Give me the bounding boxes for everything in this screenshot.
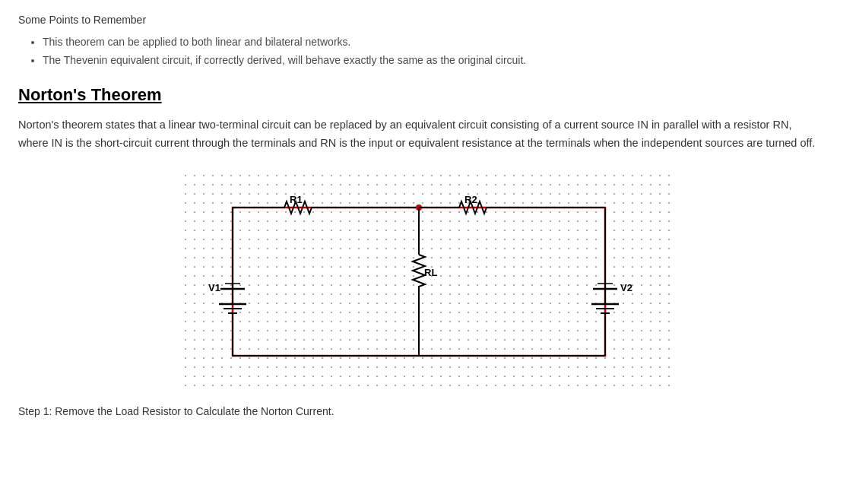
svg-text:V2: V2 bbox=[620, 282, 632, 293]
step-1-text: Step 1: Remove the Load Resistor to Calc… bbox=[18, 405, 838, 417]
circuit-svg: R1 R2 V1 RL bbox=[181, 171, 675, 391]
bullet-list: This theorem can be applied to both line… bbox=[18, 33, 838, 70]
svg-text:V1: V1 bbox=[208, 282, 220, 293]
bullet-item-2: The Thevenin equivalent circuit, if corr… bbox=[43, 52, 838, 70]
norton-description: Norton's theorem states that a linear tw… bbox=[18, 116, 824, 153]
points-heading: Some Points to Remember bbox=[18, 14, 838, 26]
norton-theorem-heading: Norton's Theorem bbox=[18, 85, 838, 105]
svg-text:RL: RL bbox=[424, 267, 437, 278]
bullet-item-1: This theorem can be applied to both line… bbox=[43, 33, 838, 52]
circuit-diagram: R1 R2 V1 RL bbox=[181, 171, 675, 391]
